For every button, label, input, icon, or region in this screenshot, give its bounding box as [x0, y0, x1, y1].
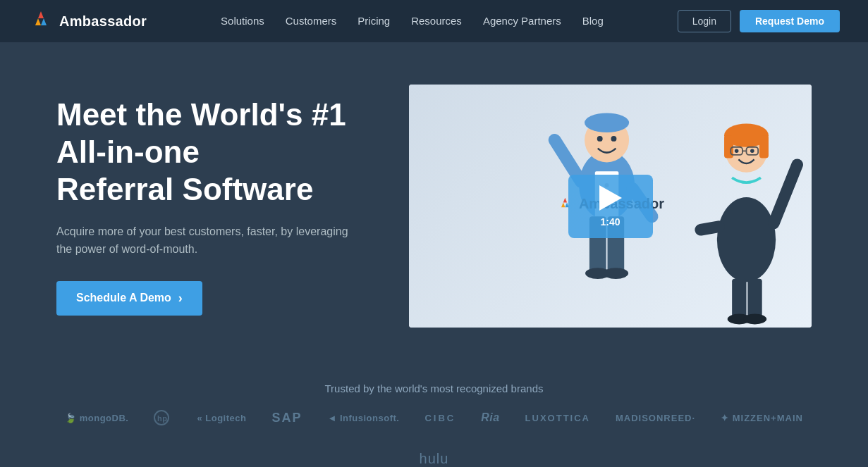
navbar-actions: Login Request Demo: [678, 10, 840, 32]
brand-logitech: « Logitech: [197, 413, 246, 423]
hero-title-line3: Referral Software: [56, 172, 313, 206]
svg-rect-34: [747, 279, 762, 318]
nav-agency-partners[interactable]: Agency Partners: [483, 15, 561, 27]
brands-logos: 🍃 mongoDB. hp « Logitech SAP ◄ Infusions…: [42, 410, 826, 467]
svg-point-7: [611, 136, 616, 142]
svg-rect-25: [759, 135, 769, 158]
svg-point-5: [585, 113, 629, 132]
arrow-icon: ›: [178, 291, 183, 306]
nav-resources[interactable]: Resources: [411, 15, 462, 27]
svg-marker-1: [35, 18, 41, 25]
nav-solutions[interactable]: Solutions: [221, 15, 264, 27]
character-right: [681, 85, 812, 328]
hero-title-line1: Meet the World's #1: [56, 97, 346, 132]
svg-point-30: [750, 149, 754, 154]
brand-mongodb: 🍃 mongoDB.: [65, 413, 128, 423]
hero-title: Meet the World's #1 All-in-one Referral …: [56, 96, 367, 208]
request-demo-button[interactable]: Request Demo: [740, 10, 840, 32]
video-play-button[interactable]: 1:40: [568, 175, 653, 238]
logo-text: Ambassador: [59, 13, 147, 30]
nav-menu: Solutions Customers Pricing Resources Ag…: [221, 15, 604, 27]
navbar: Ambassador Solutions Customers Pricing R…: [0, 0, 868, 42]
svg-marker-2: [41, 18, 47, 25]
brand-cibc: CIBC: [424, 413, 456, 423]
login-button[interactable]: Login: [678, 10, 731, 32]
nav-customers[interactable]: Customers: [286, 15, 337, 27]
video-player[interactable]: Ambassador: [409, 85, 812, 328]
hero-title-line2: All-in-one: [56, 135, 200, 169]
svg-point-36: [743, 314, 766, 325]
svg-point-17: [604, 268, 628, 279]
brand-infusionsoft: ◄ Infusionsoft.: [327, 413, 399, 423]
brand-hp: hp: [154, 410, 171, 425]
svg-text:hp: hp: [157, 414, 167, 423]
svg-line-31: [701, 227, 719, 230]
svg-marker-19: [561, 202, 565, 207]
hero-subtitle: Acquire more of your best customers, fas…: [56, 223, 367, 259]
brands-section: Trusted by the world's most recognized b…: [0, 363, 868, 467]
brand-madisonreed: MADISONREED·: [616, 413, 695, 423]
video-illustration: Ambassador: [409, 85, 812, 328]
brand-luxottica: LUXOTTICA: [525, 413, 590, 423]
logo-area[interactable]: Ambassador: [28, 8, 147, 34]
svg-point-29: [735, 149, 739, 154]
brand-ria: Ria: [481, 411, 499, 424]
video-duration: 1:40: [600, 216, 620, 228]
svg-point-21: [717, 197, 776, 282]
brand-mizzen: ✦ MIZZEN+MAIN: [721, 413, 803, 423]
nav-pricing[interactable]: Pricing: [357, 15, 390, 27]
hero-text-block: Meet the World's #1 All-in-one Referral …: [56, 96, 367, 316]
ambassador-logo-icon: [28, 8, 54, 34]
svg-rect-33: [732, 279, 746, 318]
brands-title: Trusted by the world's most recognized b…: [42, 382, 826, 394]
brand-sap: SAP: [271, 411, 302, 425]
svg-marker-18: [563, 197, 566, 202]
hero-section: Meet the World's #1 All-in-one Referral …: [0, 42, 868, 363]
nav-blog[interactable]: Blog: [582, 15, 604, 27]
svg-marker-0: [38, 11, 44, 18]
play-triangle-icon: [599, 185, 622, 211]
brand-hulu: hulu: [420, 451, 449, 467]
svg-line-32: [774, 165, 797, 223]
schedule-demo-button[interactable]: Schedule A Demo ›: [56, 281, 202, 316]
svg-point-6: [597, 136, 603, 142]
